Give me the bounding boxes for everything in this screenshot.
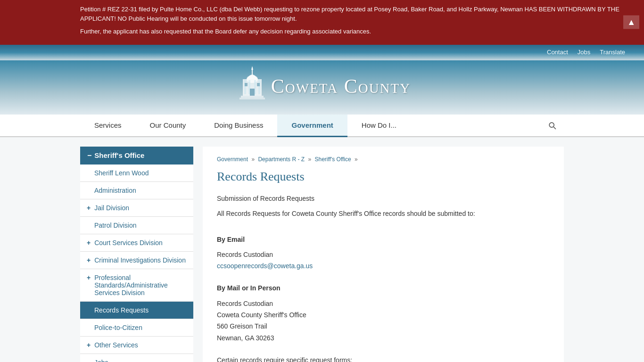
email-link[interactable]: ccsoopenrecords@coweta.ga.us [217, 262, 313, 270]
by-email-bold: By Email [217, 236, 245, 243]
main-nav: Services Our County Doing Business Gover… [0, 115, 644, 137]
header-logo: Coweta County [0, 60, 644, 115]
intro-line-2: All Records Requests for Coweta County S… [217, 208, 550, 219]
nav-doing-business[interactable]: Doing Business [200, 115, 277, 137]
svg-rect-9 [241, 96, 264, 98]
expand-icon: + [87, 204, 91, 212]
search-icon [547, 121, 557, 130]
sidebar-item-label: Administration [94, 187, 186, 194]
jobs-link[interactable]: Jobs [578, 49, 590, 56]
sidebar-item-label: Police-to-Citizen [94, 324, 186, 331]
svg-rect-11 [245, 83, 248, 86]
sidebar-item-label: Other Services [94, 341, 186, 349]
top-bar: Contact Jobs Translate [0, 45, 644, 60]
breadcrumb-government[interactable]: Government [217, 156, 248, 163]
expand-icon: + [87, 274, 91, 281]
page-content: − Sheriff's Office Sheriff Lenn Wood Adm… [0, 137, 644, 362]
breadcrumb: Government » Departments R - Z » Sheriff… [217, 156, 550, 163]
breadcrumb-sep-2: » [308, 156, 311, 163]
forms-intro: Certain records require specific request… [217, 355, 550, 362]
breadcrumb-sep-3: » [355, 156, 358, 163]
svg-rect-12 [257, 83, 260, 86]
logo-text: Coweta County [271, 75, 411, 98]
mail-custodian: Records Custodian [217, 298, 550, 309]
sidebar-item-label: Professional Standards/Administrative Se… [94, 274, 186, 296]
expand-icon: + [87, 256, 91, 264]
sidebar-item-label: Jail Division [94, 204, 186, 212]
sidebar-title[interactable]: − Sheriff's Office [80, 147, 193, 165]
translate-link[interactable]: Translate [600, 49, 625, 56]
nav-how-do-i[interactable]: How Do I... [347, 115, 411, 137]
breadcrumb-sep-1: » [251, 156, 255, 163]
sidebar: − Sheriff's Office Sheriff Lenn Wood Adm… [80, 147, 193, 362]
alert-banner: Petition # REZ 22-31 filed by Pulte Home… [0, 0, 644, 45]
svg-marker-2 [251, 66, 253, 70]
svg-rect-4 [244, 80, 246, 94]
logo-name: Coweta County [271, 75, 411, 97]
sidebar-item-label: Court Services Division [94, 239, 186, 247]
sidebar-item-professional-standards[interactable]: + Professional Standards/Administrative … [80, 269, 193, 302]
sidebar-item-administration[interactable]: Administration [80, 182, 193, 199]
expand-icon: + [87, 341, 91, 349]
contact-link[interactable]: Contact [547, 49, 568, 56]
alert-text-1: Petition # REZ 22-31 filed by Pulte Home… [80, 5, 635, 23]
by-mail-bold: By Mail or In Person [217, 284, 281, 292]
sidebar-item-police-to-citizen[interactable]: Police-to-Citizen [80, 319, 193, 337]
top-links: Contact Jobs Translate [547, 49, 625, 60]
sidebar-collapse-icon: − [87, 151, 91, 160]
expand-icon: + [87, 239, 91, 247]
svg-rect-8 [250, 89, 255, 96]
alert-text-2: Further, the applicant has also requeste… [80, 27, 635, 36]
nav-government[interactable]: Government [277, 115, 347, 137]
by-mail-heading: By Mail or In Person [217, 283, 550, 293]
sidebar-item-label: Patrol Division [94, 222, 186, 229]
intro-line-1: Submission of Records Requests [217, 193, 550, 204]
by-email-heading: By Email [217, 234, 550, 245]
sidebar-item-criminal-investigations[interactable]: + Criminal Investigations Division [80, 252, 193, 269]
sidebar-item-other-services[interactable]: + Other Services [80, 337, 193, 354]
sidebar-item-label: Criminal Investigations Division [94, 256, 186, 264]
page-title: Records Requests [217, 170, 550, 184]
email-link-wrapper: ccsoopenrecords@coweta.ga.us [217, 261, 550, 271]
sidebar-item-sheriff-lenn-wood[interactable]: Sheriff Lenn Wood [80, 165, 193, 182]
sidebar-title-label: Sheriff's Office [94, 151, 144, 159]
alert-scroll-button[interactable]: ▲ [623, 16, 639, 29]
sidebar-item-patrol-division[interactable]: Patrol Division [80, 217, 193, 234]
breadcrumb-sheriffs-office[interactable]: Sheriff's Office [314, 156, 351, 163]
email-custodian: Records Custodian [217, 249, 550, 260]
content-body: Submission of Records Requests All Recor… [217, 193, 550, 362]
mail-address2: Newnan, GA 30263 [217, 333, 550, 343]
nav-search-button[interactable] [540, 115, 564, 136]
sidebar-item-label: Sheriff Lenn Wood [94, 169, 186, 177]
nav-our-county[interactable]: Our County [136, 115, 200, 137]
sidebar-item-jobs[interactable]: Jobs [80, 354, 193, 362]
breadcrumb-departments[interactable]: Departments R - Z [258, 156, 305, 163]
mail-address1: 560 Greison Trail [217, 321, 550, 331]
sidebar-item-court-services[interactable]: + Court Services Division [80, 234, 193, 252]
sidebar-item-label: Records Requests [94, 306, 186, 314]
sidebar-item-label: Jobs [94, 359, 186, 362]
mail-office: Coweta County Sheriff's Office [217, 310, 550, 320]
svg-rect-7 [258, 80, 260, 94]
sidebar-item-records-requests[interactable]: Records Requests [80, 302, 193, 319]
main-content: Government » Departments R - Z » Sheriff… [203, 147, 564, 362]
nav-services[interactable]: Services [80, 115, 136, 137]
logo-icon [233, 65, 271, 107]
logo-area: Coweta County [233, 65, 411, 107]
sidebar-item-jail-division[interactable]: + Jail Division [80, 199, 193, 217]
svg-rect-10 [239, 98, 265, 99]
